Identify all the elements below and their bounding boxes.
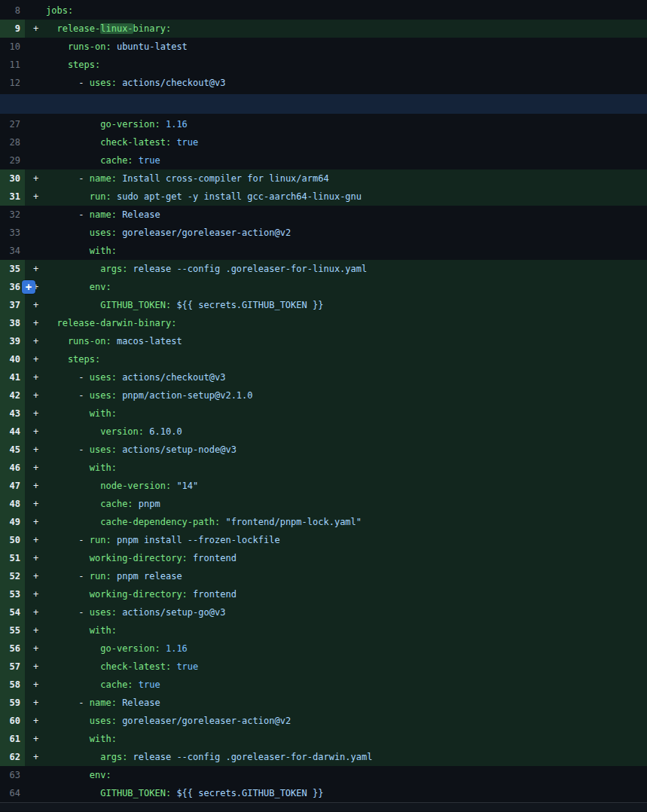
line-number[interactable]: 55 <box>0 621 25 640</box>
line-number[interactable]: 32 <box>0 206 25 224</box>
code-token: check-latest: <box>100 661 171 672</box>
code-token: goreleaser/goreleaser-action@v2 <box>117 716 291 726</box>
line-number[interactable]: 38 <box>0 314 25 332</box>
line-number[interactable]: 31 <box>0 188 25 206</box>
code-token: linux- <box>100 23 133 34</box>
line-number[interactable]: 28 <box>0 133 25 151</box>
diff-line: 10runs-on: ubuntu-latest <box>0 38 647 56</box>
code-token: uses: <box>90 372 117 383</box>
line-number[interactable]: 42 <box>0 386 25 404</box>
line-number[interactable]: 8 <box>0 2 25 20</box>
code-token: runs-on: <box>68 41 111 52</box>
code-token: macos-latest <box>111 336 182 346</box>
line-number[interactable]: 40 <box>0 350 25 368</box>
diff-line: 42+- uses: pnpm/action-setup@v2.1.0 <box>0 386 647 404</box>
code-token: cache-dependency-path: <box>100 517 220 527</box>
code-token: release- <box>56 23 100 34</box>
line-number[interactable]: 9 <box>0 20 25 38</box>
diff-line: 35+args: release --config .goreleaser-fo… <box>0 260 647 278</box>
line-number[interactable]: 39 <box>0 332 25 350</box>
code-token: check-latest: <box>100 137 171 148</box>
line-number[interactable]: 27 <box>0 115 25 133</box>
diff-line: 49+cache-dependency-path: "frontend/pnpm… <box>0 513 647 531</box>
line-number[interactable]: 61 <box>0 730 25 748</box>
code-token: - <box>78 535 89 545</box>
line-number[interactable]: 35 <box>0 260 25 278</box>
line-number[interactable]: 46 <box>0 459 25 477</box>
line-number[interactable]: 10 <box>0 38 25 56</box>
line-number[interactable]: 52 <box>0 567 25 585</box>
diff-marker: + <box>25 20 46 38</box>
code-token: "frontend/pnpm-lock.yaml" <box>220 517 362 527</box>
code-token: 1.16 <box>160 643 188 654</box>
line-number[interactable]: 30 <box>0 169 25 188</box>
code-token: steps: <box>68 354 100 365</box>
line-number[interactable]: 54 <box>0 603 25 621</box>
diff-marker: + <box>25 621 46 640</box>
diff-line: 45+- uses: actions/setup-node@v3 <box>0 441 647 459</box>
code-line: - name: Install cross-compiler for linux… <box>46 169 647 188</box>
line-number[interactable]: 56 <box>0 640 25 658</box>
code-token: cache: <box>100 155 133 166</box>
code-line: jobs: <box>46 2 647 20</box>
line-number[interactable]: 50 <box>0 531 25 549</box>
diff-line: 33uses: goreleaser/goreleaser-action@v2 <box>0 224 647 242</box>
line-number[interactable]: 60 <box>0 712 25 730</box>
diff-line: 12- uses: actions/checkout@v3 <box>0 74 647 92</box>
diff-marker <box>25 151 46 169</box>
code-line: version: 6.10.0 <box>46 423 647 441</box>
line-number[interactable]: 33 <box>0 224 25 242</box>
code-token: - <box>78 372 89 383</box>
code-line: GITHUB_TOKEN: ${{ secrets.GITHUB_TOKEN }… <box>46 784 647 802</box>
code-line: args: release --config .goreleaser-for-d… <box>46 748 647 766</box>
expand-hidden-lines-row[interactable] <box>0 94 647 114</box>
diff-line: 53+working-directory: frontend <box>0 585 647 603</box>
code-token: with: <box>90 625 117 636</box>
line-number[interactable]: 43 <box>0 404 25 423</box>
diff-line: 50+- run: pnpm install --frozen-lockfile <box>0 531 647 549</box>
diff-marker: + <box>25 658 46 676</box>
code-token: cache: <box>100 679 133 690</box>
code-token: cache: <box>100 499 133 509</box>
line-number[interactable]: 53 <box>0 585 25 603</box>
line-number[interactable]: 11 <box>0 56 25 74</box>
diff-marker: + <box>25 676 46 694</box>
line-number[interactable]: 48 <box>0 495 25 513</box>
line-number[interactable]: 29 <box>0 151 25 169</box>
diff-marker <box>25 56 46 74</box>
diff-marker: + <box>25 640 46 658</box>
line-number[interactable]: 44 <box>0 423 25 441</box>
diff-marker: + <box>25 296 46 314</box>
code-line: check-latest: true <box>46 658 647 676</box>
line-number[interactable]: 51 <box>0 549 25 567</box>
diff-line: 51+working-directory: frontend <box>0 549 647 567</box>
code-token: name: <box>90 173 117 184</box>
diff-marker: + <box>25 495 46 513</box>
diff-marker: + <box>25 694 46 712</box>
line-number[interactable]: 64 <box>0 784 25 802</box>
line-number[interactable]: 34 <box>0 242 25 260</box>
line-number[interactable]: 57 <box>0 658 25 676</box>
code-token: run: <box>90 535 111 545</box>
line-number[interactable]: 37 <box>0 296 25 314</box>
code-token: pnpm install --frozen-lockfile <box>111 535 280 545</box>
line-number[interactable]: 62 <box>0 748 25 766</box>
line-number[interactable]: 45 <box>0 441 25 459</box>
line-number[interactable]: 41 <box>0 368 25 386</box>
line-number[interactable]: 47 <box>0 477 25 495</box>
code-line: env: <box>46 278 647 296</box>
diff-line: 29cache: true <box>0 151 647 169</box>
diff-marker: + <box>25 368 46 386</box>
line-number[interactable]: 63 <box>0 766 25 784</box>
diff-marker: + <box>25 585 46 603</box>
diff-line: 32- name: Release <box>0 206 647 224</box>
line-number[interactable]: 12 <box>0 74 25 92</box>
line-number[interactable]: 49 <box>0 513 25 531</box>
diff-line: 54+- uses: actions/setup-go@v3 <box>0 603 647 621</box>
code-token: actions/checkout@v3 <box>117 372 226 383</box>
line-number[interactable]: 58 <box>0 676 25 694</box>
code-line: steps: <box>46 56 647 74</box>
diff-marker <box>25 115 46 133</box>
line-number[interactable]: 59 <box>0 694 25 712</box>
add-comment-button[interactable]: + <box>22 280 35 294</box>
